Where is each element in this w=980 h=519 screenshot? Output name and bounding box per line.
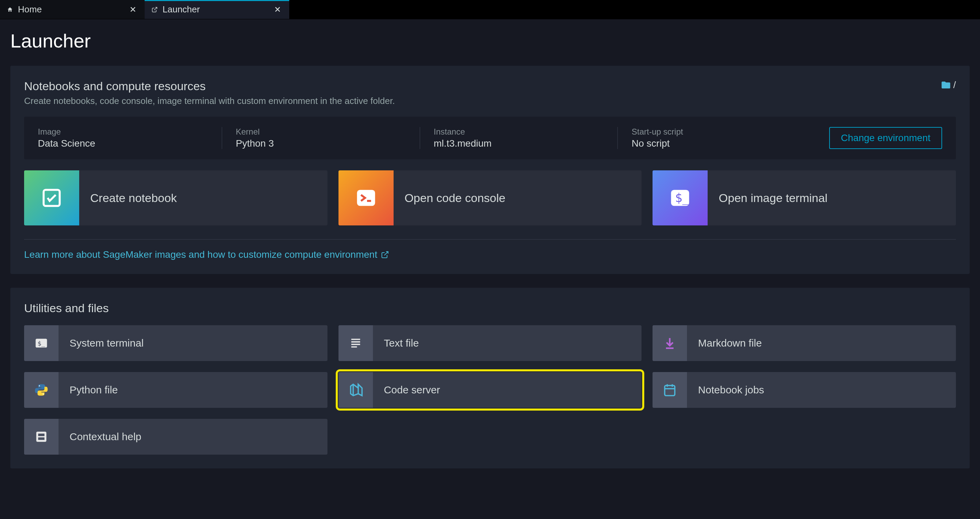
env-startup: Start-up script No script <box>618 127 815 149</box>
learn-more-link[interactable]: Learn more about SageMaker images and ho… <box>24 249 956 260</box>
external-link-icon <box>151 6 158 13</box>
home-icon <box>7 6 13 13</box>
close-icon[interactable]: ✕ <box>128 3 138 16</box>
svg-text:$_: $_ <box>38 340 45 347</box>
change-environment-button[interactable]: Change environment <box>829 127 942 149</box>
text-file-tile[interactable]: Text file <box>339 325 642 361</box>
divider <box>24 239 956 240</box>
env-kernel: Kernel Python 3 <box>222 127 420 149</box>
notebook-jobs-label: Notebook jobs <box>687 384 764 396</box>
contextual-help-tile[interactable]: Contextual help <box>24 419 328 455</box>
svg-line-6 <box>384 252 388 256</box>
utilities-grid: $_ System terminal Text file Markdown fi… <box>24 325 956 455</box>
text-file-icon <box>339 325 373 361</box>
tab-home-label: Home <box>18 4 123 15</box>
python-icon <box>24 372 59 408</box>
svg-text:$_: $_ <box>675 191 690 205</box>
svg-point-15 <box>43 394 44 394</box>
python-file-tile[interactable]: Python file <box>24 372 328 408</box>
text-file-label: Text file <box>373 337 419 349</box>
svg-rect-16 <box>665 386 675 395</box>
markdown-icon <box>652 325 687 361</box>
terminal-icon: $_ <box>652 170 708 225</box>
open-code-console-tile[interactable]: Open code console <box>339 170 642 225</box>
calendar-icon <box>652 372 687 408</box>
env-startup-value: No script <box>632 138 802 149</box>
open-image-terminal-label: Open image terminal <box>708 191 827 205</box>
system-terminal-tile[interactable]: $_ System terminal <box>24 325 328 361</box>
action-row: Create notebook Open code console $_ Ope… <box>24 170 956 225</box>
terminal-icon: $_ <box>24 325 59 361</box>
utilities-panel: Utilities and files $_ System terminal T… <box>10 288 970 468</box>
markdown-file-label: Markdown file <box>687 337 762 349</box>
tab-home[interactable]: Home ✕ <box>0 0 145 19</box>
console-icon <box>339 170 394 225</box>
env-instance: Instance ml.t3.medium <box>420 127 618 149</box>
env-kernel-label: Kernel <box>236 127 406 136</box>
open-code-console-label: Open code console <box>394 191 506 205</box>
env-image: Image Data Science <box>38 127 222 149</box>
create-notebook-label: Create notebook <box>79 191 177 205</box>
tab-launcher[interactable]: Launcher ✕ <box>145 0 289 19</box>
folder-path[interactable]: / <box>941 79 956 90</box>
markdown-file-tile[interactable]: Markdown file <box>652 325 956 361</box>
svg-point-14 <box>39 385 40 386</box>
python-file-label: Python file <box>59 384 118 396</box>
environment-bar: Image Data Science Kernel Python 3 Insta… <box>24 117 956 159</box>
notebooks-panel-subtitle: Create notebooks, code console, image te… <box>24 96 395 106</box>
svg-rect-20 <box>36 432 46 441</box>
open-image-terminal-tile[interactable]: $_ Open image terminal <box>652 170 956 225</box>
folder-path-text: / <box>953 79 956 90</box>
close-icon[interactable]: ✕ <box>273 3 282 16</box>
notebooks-panel-title: Notebooks and compute resources <box>24 79 395 93</box>
tab-launcher-label: Launcher <box>162 4 268 15</box>
svg-line-0 <box>154 7 157 10</box>
env-instance-label: Instance <box>434 127 604 136</box>
folder-icon <box>941 80 951 90</box>
notebook-icon <box>24 170 79 225</box>
tab-bar: Home ✕ Launcher ✕ <box>0 0 980 19</box>
code-server-label: Code server <box>373 384 440 396</box>
page-title: Launcher <box>10 30 970 52</box>
code-server-tile[interactable]: Code server <box>339 372 642 408</box>
notebooks-panel: Notebooks and compute resources Create n… <box>10 66 970 274</box>
create-notebook-tile[interactable]: Create notebook <box>24 170 328 225</box>
svg-rect-21 <box>38 434 45 436</box>
env-instance-value: ml.t3.medium <box>434 138 604 149</box>
contextual-help-label: Contextual help <box>59 431 141 443</box>
env-kernel-value: Python 3 <box>236 138 406 149</box>
learn-more-text: Learn more about SageMaker images and ho… <box>24 249 377 260</box>
utilities-panel-title: Utilities and files <box>24 302 956 315</box>
main-content: Launcher Notebooks and compute resources… <box>0 19 980 519</box>
system-terminal-label: System terminal <box>59 337 143 349</box>
env-startup-label: Start-up script <box>632 127 802 136</box>
external-link-icon <box>381 251 389 259</box>
env-image-label: Image <box>38 127 208 136</box>
help-icon <box>24 419 59 455</box>
notebook-jobs-tile[interactable]: Notebook jobs <box>652 372 956 408</box>
env-image-value: Data Science <box>38 138 208 149</box>
svg-rect-22 <box>38 437 45 440</box>
code-server-icon <box>339 372 373 408</box>
